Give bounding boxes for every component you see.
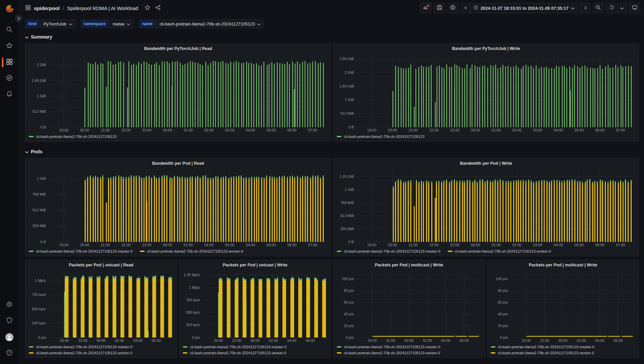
svg-text:768 MiB: 768 MiB	[340, 201, 354, 205]
legend-series-label: cli-bash-pretrain-llama2-70b-sh-20241127…	[147, 249, 243, 253]
chevron-down-icon	[127, 21, 130, 27]
svg-text:07:00: 07:00	[308, 128, 317, 132]
svg-text:512 MiB: 512 MiB	[33, 208, 46, 212]
panel-title[interactable]: Packets per Pod | multicast | Write	[337, 261, 481, 269]
sidebar-item-explore[interactable]	[0, 70, 19, 87]
time-range-button[interactable]: 2024-11-27 18:15:01 to 2024-11-28 07:35:…	[470, 3, 577, 13]
legend-item[interactable]: cli-bash-pretrain-llama2-70b-sh-20241127…	[140, 249, 243, 254]
svg-text:02:00: 02:00	[512, 128, 522, 132]
sidebar-expand-button[interactable]	[15, 15, 22, 22]
zoom-out-time-button[interactable]	[593, 3, 603, 13]
search-icon	[6, 26, 13, 34]
dashboard-settings-button[interactable]	[447, 3, 458, 13]
variable-kind-label: kind	[25, 19, 40, 28]
sidebar-item-admin[interactable]	[0, 313, 19, 329]
time-shift-forward-button[interactable]	[580, 3, 590, 13]
svg-text:21:00: 21:00	[101, 128, 110, 132]
sidebar-item-help[interactable]: ?	[0, 345, 19, 361]
legend-item[interactable]: cli-bash-pretrain-llama2-70b-sh-20241127…	[183, 344, 327, 350]
sidebar-item-alerting[interactable]	[0, 87, 19, 103]
legend-item[interactable]: cli-bash-pretrain-llama2-70b-sh-20241127…	[29, 134, 117, 139]
section-pods-toggle[interactable]: Pods	[25, 148, 639, 155]
sidebar-item-profile[interactable]	[0, 329, 19, 345]
plot-canvas[interactable]: 19:0020:0021:0022:0023:0000:0001:0002:00…	[337, 52, 635, 133]
svg-text:19:00: 19:00	[59, 128, 69, 132]
panel-title[interactable]: Packets per Pod | unicast | Write	[183, 261, 327, 269]
variable-kind-select[interactable]: PyTorchJob	[40, 19, 75, 28]
svg-text:0 B: 0 B	[348, 125, 354, 129]
legend-item[interactable]: cli-bash-pretrain-llama2-70b-sh-20241127…	[29, 344, 173, 350]
svg-text:00:00: 00:00	[97, 339, 106, 343]
chevron-down-icon	[257, 21, 261, 27]
svg-text:19:00: 19:00	[59, 243, 69, 247]
star-icon[interactable]	[145, 5, 150, 11]
tv-mode-button[interactable]	[630, 3, 640, 13]
legend-item[interactable]: cli-bash-pretrain-llama2-70b-sh-20241127…	[448, 249, 551, 254]
svg-text:04:00: 04:00	[287, 339, 297, 343]
svg-text:07:00: 07:00	[308, 243, 317, 247]
grafana-logo[interactable]	[6, 5, 14, 13]
svg-text:40 p/s: 40 p/s	[344, 312, 354, 316]
legend-item[interactable]: cli-bash-pretrain-llama2-70b-sh-20241127…	[183, 350, 327, 356]
plot-canvas[interactable]: 20:0022:0000:0002:0004:0006:000 p/s250 k…	[29, 269, 173, 343]
legend-item[interactable]: cli-bash-pretrain-llama2-70b-sh-20241127…	[491, 350, 635, 356]
svg-text:1 GiB: 1 GiB	[37, 94, 46, 98]
legend-series-label: cli-bash-pretrain-llama2-70b-sh-20241127…	[344, 345, 440, 349]
panel-title[interactable]: Packets per Pod | multicast | Write	[491, 261, 635, 269]
panel-legend: cli-bash-pretrain-llama2-70b-sh-20241127…	[29, 248, 327, 254]
time-shift-back-button[interactable]	[461, 3, 470, 13]
svg-text:21:00: 21:00	[101, 243, 110, 247]
legend-series-label: cli-bash-pretrain-llama2-70b-sh-20241127…	[36, 135, 117, 139]
legend-item[interactable]: cli-bash-pretrain-llama2-70b-sh-20241127…	[29, 350, 173, 356]
share-icon[interactable]	[155, 5, 161, 11]
svg-text:19:00: 19:00	[367, 243, 377, 247]
svg-text:1.25 GiB: 1.25 GiB	[339, 174, 354, 178]
legend-series-marker	[337, 346, 341, 348]
refresh-button[interactable]	[606, 3, 617, 13]
panel-title[interactable]: Packets per Pod | unicast | Read	[29, 261, 173, 269]
legend-item[interactable]: cli-bash-pretrain-llama2-70b-sh-20241127…	[29, 249, 132, 254]
breadcrumb: spiderpool / Spiderpool RDMA | AI Worklo…	[25, 5, 161, 11]
plot-canvas[interactable]: 19:0020:0021:0022:0023:0000:0001:0002:00…	[29, 167, 327, 248]
variable-namespace-select[interactable]: metax	[109, 19, 133, 28]
breadcrumb-root[interactable]: spiderpool	[34, 5, 60, 11]
svg-text:02:00: 02:00	[204, 243, 214, 247]
svg-text:20:00: 20:00	[60, 339, 69, 343]
plot-canvas[interactable]: 20:0022:0000:0002:0004:0006:000 p/s250 k…	[183, 269, 327, 343]
plot-canvas[interactable]: 19:0020:0021:0022:0023:0000:0001:0002:00…	[29, 52, 327, 133]
svg-text:60 p/s: 60 p/s	[498, 300, 508, 304]
svg-text:0 p/s: 0 p/s	[192, 335, 200, 340]
svg-text:00:00: 00:00	[163, 243, 172, 247]
svg-text:256 MiB: 256 MiB	[340, 227, 354, 231]
svg-text:1 Mp/s: 1 Mp/s	[35, 278, 46, 282]
panel-title[interactable]: Bandwidth per PyTorchJob | Write	[337, 45, 635, 52]
plot-canvas[interactable]: 20:0022:0000:0002:0004:0006:000 p/s20 p/…	[491, 269, 635, 343]
legend-series-marker	[183, 346, 187, 348]
save-dashboard-button[interactable]	[434, 3, 445, 13]
refresh-interval-dropdown[interactable]	[617, 3, 627, 13]
svg-text:02:00: 02:00	[204, 128, 214, 132]
sidebar-item-settings[interactable]	[0, 297, 19, 313]
bell-icon	[6, 91, 13, 99]
svg-text:05:00: 05:00	[267, 128, 276, 132]
legend-item[interactable]: cli-bash-pretrain-llama2-70b-sh-20241127…	[337, 350, 481, 356]
plot-canvas[interactable]: 20:0022:0000:0002:0004:0006:000 p/s20 p/…	[337, 269, 481, 343]
svg-text:00:00: 00:00	[251, 339, 260, 343]
sidebar-item-dashboards[interactable]	[0, 54, 19, 70]
legend-item[interactable]: cli-bash-pretrain-llama2-70b-sh-20241127…	[337, 134, 425, 139]
svg-text:23:00: 23:00	[142, 128, 152, 132]
sidebar-item-search[interactable]	[0, 22, 19, 38]
add-panel-button[interactable]	[420, 3, 432, 13]
svg-text:750 kp/s: 750 kp/s	[32, 293, 46, 297]
svg-text:0 B: 0 B	[40, 240, 46, 244]
legend-item[interactable]: cli-bash-pretrain-llama2-70b-sh-20241127…	[337, 249, 440, 254]
sidebar-item-starred[interactable]	[0, 38, 19, 54]
panel-title[interactable]: Bandwidth per Pod | Read	[29, 160, 327, 167]
legend-item[interactable]: cli-bash-pretrain-llama2-70b-sh-20241127…	[491, 344, 635, 350]
plot-canvas[interactable]: 19:0020:0021:0022:0023:0000:0001:0002:00…	[337, 167, 635, 248]
variable-name-select[interactable]: cli-bash-pretrain-llama2-70b-sh-20241127…	[156, 19, 264, 28]
section-summary-toggle[interactable]: Summary	[25, 34, 639, 40]
legend-item[interactable]: cli-bash-pretrain-llama2-70b-sh-20241127…	[337, 344, 481, 350]
panel-title[interactable]: Bandwidth per Pod | Write	[337, 160, 635, 167]
panel-title[interactable]: Bandwidth per PyTorchJob | Read	[29, 45, 327, 52]
